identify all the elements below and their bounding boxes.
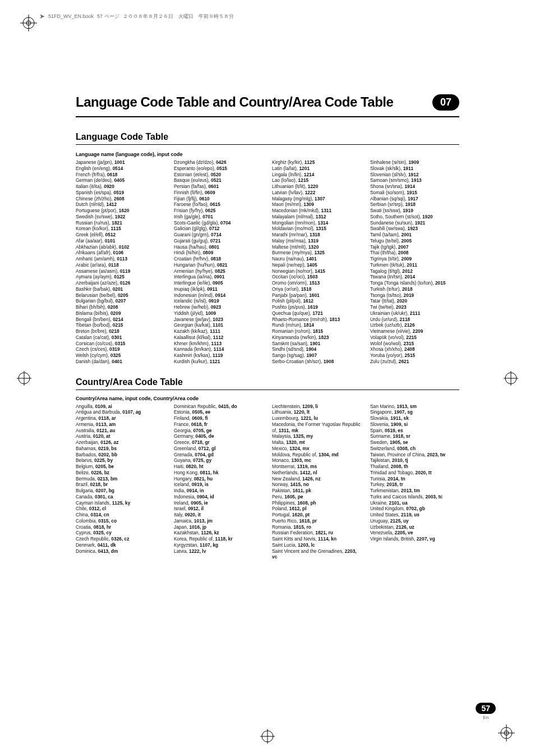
list-item: Switzerland, 0308, ch [370, 446, 459, 452]
list-item: Latvia, 1222, lv [174, 548, 263, 555]
list-item: Latin (la/lat), 1201 [272, 166, 361, 172]
list-item: Puerto Rico, 1618, pr [272, 518, 361, 524]
list-item: Sindhi (sd/snd), 1904 [272, 346, 361, 352]
list-column: Japanese (ja/jpn), 1001English (en/eng),… [76, 159, 165, 365]
list-column: Dominican Republic, 0415, doEstonia, 050… [174, 404, 263, 561]
list-item: Nepali (ne/nep), 1405 [272, 262, 361, 268]
list-item: Wolof (wo/wol), 2315 [370, 341, 459, 347]
list-item: Basque (eu/eus), 0521 [174, 177, 263, 184]
list-item: Irish (ga/gle), 0701 [174, 214, 263, 220]
list-item: Dzongkha (dz/dzo), 0426 [174, 159, 263, 166]
list-item: Tigrinya (ti/tir), 2009 [370, 256, 459, 262]
list-item: Argentina, 0118, ar [76, 415, 165, 421]
list-item: Barbados, 0202, bb [76, 452, 165, 458]
list-item: Iceland, 0919, is [174, 482, 263, 488]
list-item: Pakistan, 1611, pk [272, 488, 361, 494]
list-item: Chile, 0312, cl [76, 506, 165, 512]
list-item: Korean (ko/kor), 1115 [76, 226, 165, 232]
list-item: Belgium, 0205, be [76, 464, 165, 470]
list-item: Suriname, 1918, sr [370, 433, 459, 439]
list-item: Slovak (sk/slk), 1911 [370, 166, 459, 172]
list-item: Sango (sg/sag), 1907 [272, 352, 361, 359]
list-item: Turkey, 2018, tr [370, 482, 459, 488]
list-item: Kyrgyzstan, 1107, kg [174, 542, 263, 548]
list-item: Latvian (lv/lav), 1222 [272, 190, 361, 196]
list-item: San Marino, 1913, sm [370, 404, 459, 410]
list-item: Esperanto (eo/epo), 0515 [174, 166, 263, 172]
list-item: Nauru (na/nau), 1401 [272, 256, 361, 262]
list-item: Belize, 0226, bz [76, 470, 165, 476]
list-item: Swati (ss/ssw), 1919 [370, 208, 459, 214]
list-item: Arabic (ar/ara), 0118 [76, 262, 165, 268]
list-item: Corsican (co/cos), 0315 [76, 341, 165, 347]
list-item: Afar (aa/aar), 0101 [76, 238, 165, 244]
list-item: Inupiaq (ik/ipk), 0911 [174, 286, 263, 292]
list-item: Germany, 0405, de [174, 433, 263, 439]
list-item: Israel, 0912, il [174, 506, 263, 512]
list-item: Xhosa (xh/xho), 2408 [370, 346, 459, 352]
list-item: Philippines, 1608, ph [272, 500, 361, 506]
list-item: United Kingdom, 0702, gb [370, 506, 459, 512]
list-item: Indonesian (in/ind), 0914 [174, 292, 263, 299]
list-item: Haiti, 0820, ht [174, 464, 263, 470]
list-item: Bengali (bn/ben), 0214 [76, 317, 165, 323]
arrow-icon: ➤ [39, 12, 45, 20]
list-item: Aymara (ay/aym), 0125 [76, 274, 165, 280]
language-list-label: Language name (language code), input cod… [76, 152, 459, 157]
list-item: Guyana, 0725, gy [174, 457, 263, 464]
list-item: Colombia, 0315, co [76, 518, 165, 524]
list-item: Tajikistan, 2010, tj [370, 457, 459, 464]
list-item: Norway, 1415, no [272, 482, 361, 488]
list-item: Hebrew (iw/heb), 0923 [174, 304, 263, 310]
list-item: Belarus, 0225, by [76, 457, 165, 464]
chapter-number-badge: 07 [432, 94, 459, 111]
list-item: Trinidad and Tobago, 2020, tt [370, 470, 459, 476]
list-item: Turks and Caicos Islands, 2003, tc [370, 494, 459, 500]
list-item: Rhaeto-Romance (rm/roh), 1813 [272, 317, 361, 323]
list-item: Polish (pl/pol), 1612 [272, 298, 361, 304]
list-item: Taiwan, Province of China, 2023, tw [370, 452, 459, 458]
list-item: Estonian (et/est), 0520 [174, 172, 263, 178]
list-item: Breton (br/bre), 0218 [76, 328, 165, 335]
list-item: Croatian (hr/hrv), 0818 [174, 256, 263, 262]
date-label: ２００８年８月２６日 火曜日 午前９時５８分 [123, 13, 234, 20]
list-item: Spain, 0519, es [370, 428, 459, 434]
list-column: Liechtenstein, 1209, liLithuania, 1220, … [272, 404, 361, 561]
list-item: Icelandic (is/isl), 0919 [174, 298, 263, 304]
list-item: Saint Vincent and the Grenadines, 2203, … [272, 548, 361, 561]
list-item: Anguilla, 0109, ai [76, 404, 165, 410]
list-item: Lithuanian (lt/lit), 1220 [272, 184, 361, 190]
list-item: Azerbaijani (az/aze), 0126 [76, 280, 165, 286]
list-item: Hong Kong, 0811, hk [174, 470, 263, 476]
list-item: Serbian (sr/srp), 1918 [370, 201, 459, 208]
list-item: Greenland, 0712, gl [174, 446, 263, 452]
list-item: Uzbekistan, 2126, uz [370, 524, 459, 530]
list-item: Ukrainian (uk/ukr), 2111 [370, 310, 459, 317]
list-item: Canada, 0301, ca [76, 494, 165, 500]
crop-mark-top-left [20, 15, 37, 31]
list-item: Vietnamese (vi/vie), 2209 [370, 328, 459, 335]
list-item: Kirghiz (ky/kir), 1125 [272, 159, 361, 166]
list-item: Interlingue (ie/ile), 0905 [174, 280, 263, 286]
list-item: Assamese (as/asm), 0119 [76, 268, 165, 274]
list-item: Moldavian (mo/mol), 1315 [272, 226, 361, 232]
list-item: Saint Kitts and Nevis, 1114, kn [272, 536, 361, 542]
list-item: Persian (fa/fas), 0601 [174, 184, 263, 190]
list-item: Tibetan (bo/bod), 0215 [76, 322, 165, 328]
file-header-strip: ➤ 51FD_WV_EN.book 57 ページ ２００８年８月２６日 火曜日 … [39, 12, 234, 20]
list-item: Turkish (tr/tur), 2018 [370, 286, 459, 292]
list-item: Catalan (ca/cat), 0301 [76, 335, 165, 341]
list-item: Khmer (km/khm), 1113 [174, 341, 263, 347]
list-item: Volapük (vo/vol), 2215 [370, 335, 459, 341]
list-item: Malagasy (mg/mlg), 1307 [272, 196, 361, 202]
list-item: Kazakh (kk/kaz), 1111 [174, 328, 263, 335]
list-item: Tamil (ta/tam), 2001 [370, 232, 459, 238]
list-item: French (fr/fra), 0618 [76, 172, 165, 178]
list-item: India, 0914, in [174, 488, 263, 494]
list-item: Sotho, Southern (st/sot), 1920 [370, 214, 459, 220]
list-item: Russian (ru/rus), 1821 [76, 220, 165, 226]
list-item: Panjabi (pa/pan), 1601 [272, 292, 361, 299]
list-item: Fijian (fj/fij), 0610 [174, 196, 263, 202]
chapter-title: Language Code Table and Country/Area Cod… [76, 94, 393, 110]
list-item: Zulu (zu/zul), 2621 [370, 359, 459, 365]
